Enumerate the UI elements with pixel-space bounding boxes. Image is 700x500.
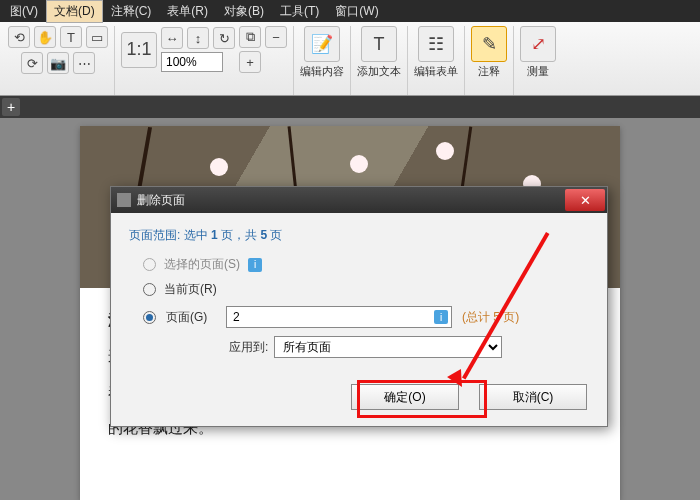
menu-annotate[interactable]: 注释(C) [103, 0, 160, 23]
info-icon[interactable]: i [434, 310, 448, 324]
ribbon-group-zoom: 1:1 ↔ ↕ ↻ ⧉ − + [115, 26, 294, 95]
dialog-titlebar[interactable]: 删除页面 ✕ [111, 187, 607, 213]
fit-page-icon[interactable]: 1:1 [121, 32, 157, 68]
radio-pages[interactable] [143, 311, 156, 324]
document-tabbar: + [0, 96, 700, 118]
ribbon-group-measure: ⤢ 测量 [514, 26, 562, 95]
annotate-icon[interactable]: ✎ [471, 26, 507, 62]
zoom-area-icon[interactable]: ⧉ [239, 26, 261, 48]
rotate-icon[interactable]: ↻ [213, 27, 235, 49]
option-pages-label: 页面(G) [166, 309, 216, 326]
menu-window[interactable]: 窗口(W) [327, 0, 386, 23]
zoom-out-icon[interactable]: − [265, 26, 287, 48]
option-current-label: 当前页(R) [164, 281, 217, 298]
text-select-icon[interactable]: T [60, 26, 82, 48]
ribbon: ⟲ ✋ T ▭ ⟳ 📷 ⋯ 1:1 ↔ ↕ ↻ [0, 22, 700, 96]
add-text-label: 添加文本 [357, 64, 401, 79]
hand-icon[interactable]: ✋ [34, 26, 56, 48]
apply-label: 应用到: [229, 339, 268, 356]
more-icon[interactable]: ⋯ [73, 52, 95, 74]
menu-object[interactable]: 对象(B) [216, 0, 272, 23]
ribbon-group-edit-form: ☷ 编辑表单 [408, 26, 465, 95]
menu-form[interactable]: 表单(R) [159, 0, 216, 23]
menubar: 图(V) 文档(D) 注释(C) 表单(R) 对象(B) 工具(T) 窗口(W) [0, 0, 700, 22]
fit-height-icon[interactable]: ↕ [187, 27, 209, 49]
page-range-label: 页面范围: 选中 1 页，共 5 页 [129, 227, 589, 244]
cancel-button[interactable]: 取消(C) [479, 384, 587, 410]
zoom-select[interactable] [161, 52, 223, 72]
option-pages-row: 页面(G) i (总计 5 页) [143, 306, 589, 328]
info-icon[interactable]: i [248, 258, 262, 272]
forward-icon[interactable]: ⟳ [21, 52, 43, 74]
zoom-in-icon[interactable]: + [239, 51, 261, 73]
dialog-title: 删除页面 [137, 192, 185, 209]
apply-select[interactable]: 所有页面 [274, 336, 502, 358]
pages-input[interactable] [226, 306, 452, 328]
measure-icon[interactable]: ⤢ [520, 26, 556, 62]
dialog-body: 页面范围: 选中 1 页，共 5 页 选择的页面(S) i 当前页(R) 页面(… [111, 213, 607, 370]
ribbon-group-nav: ⟲ ✋ T ▭ ⟳ 📷 ⋯ [2, 26, 115, 95]
edit-content-icon[interactable]: 📝 [304, 26, 340, 62]
back-icon[interactable]: ⟲ [8, 26, 30, 48]
radio-selected-pages [143, 258, 156, 271]
option-selected-pages: 选择的页面(S) i [143, 256, 589, 273]
ribbon-group-add-text: T 添加文本 [351, 26, 408, 95]
edit-content-label: 编辑内容 [300, 64, 344, 79]
annotate-label: 注释 [478, 64, 500, 79]
annotation-ok-highlight [357, 380, 487, 418]
ribbon-group-annotate: ✎ 注释 [465, 26, 514, 95]
add-text-icon[interactable]: T [361, 26, 397, 62]
menu-document[interactable]: 文档(D) [46, 0, 103, 23]
total-pages-label: (总计 5 页) [462, 309, 519, 326]
camera-icon[interactable]: 📷 [47, 52, 69, 74]
apply-row: 应用到: 所有页面 [229, 336, 589, 358]
menu-view[interactable]: 图(V) [2, 0, 46, 23]
menu-tools[interactable]: 工具(T) [272, 0, 327, 23]
ribbon-group-edit-content: 📝 编辑内容 [294, 26, 351, 95]
radio-current-page[interactable] [143, 283, 156, 296]
dialog-icon [117, 193, 131, 207]
option-selected-label: 选择的页面(S) [164, 256, 240, 273]
edit-form-icon[interactable]: ☷ [418, 26, 454, 62]
close-icon[interactable]: ✕ [565, 189, 605, 211]
edit-form-label: 编辑表单 [414, 64, 458, 79]
measure-label: 测量 [527, 64, 549, 79]
fit-width-icon[interactable]: ↔ [161, 27, 183, 49]
new-tab-button[interactable]: + [2, 98, 20, 116]
option-current-page[interactable]: 当前页(R) [143, 281, 589, 298]
pointer-icon[interactable]: ▭ [86, 26, 108, 48]
